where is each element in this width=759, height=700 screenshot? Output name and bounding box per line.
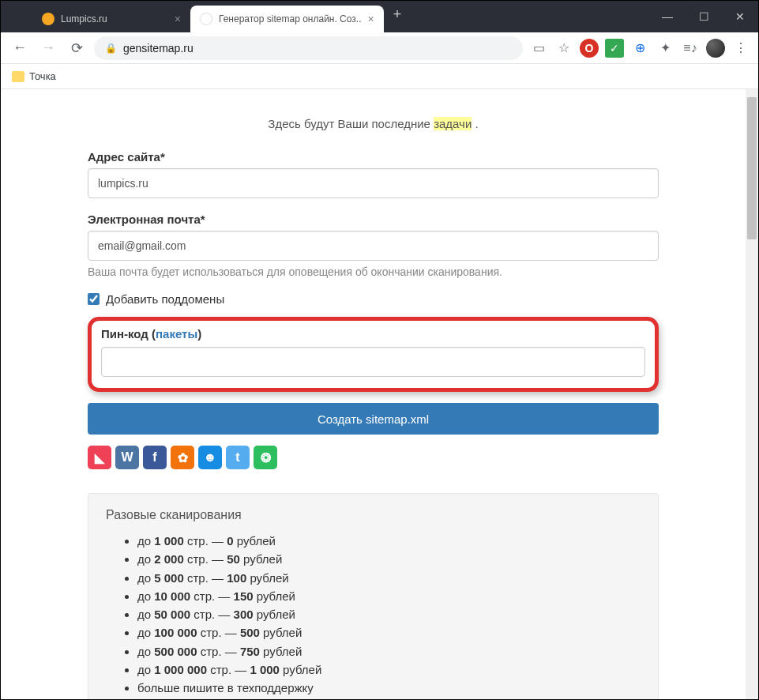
reload-button[interactable]: ⟳ bbox=[66, 37, 88, 59]
pricing-row: до 500 000 стр. — 750 рублей bbox=[137, 642, 641, 660]
scrollbar-thumb[interactable] bbox=[747, 97, 757, 239]
browser-titlebar: Lumpics.ru × Генератор sitemap онлайн. С… bbox=[1, 1, 758, 32]
pin-input[interactable] bbox=[101, 347, 645, 377]
star-icon[interactable]: ☆ bbox=[554, 39, 573, 58]
cast-icon[interactable]: ▭ bbox=[529, 39, 548, 58]
pin-label-pre: Пин-код ( bbox=[101, 327, 156, 341]
pin-highlight-box: Пин-код (пакеты) bbox=[88, 317, 659, 392]
close-icon[interactable]: × bbox=[175, 13, 181, 25]
email-field-group: Электронная почта* Ваша почта будет испо… bbox=[88, 213, 659, 278]
pricing-title: Разовые сканирования bbox=[106, 508, 641, 522]
pricing-row: до 10 000 стр. — 150 рублей bbox=[137, 587, 641, 605]
bookmark-item[interactable]: Точка bbox=[29, 70, 56, 82]
subdomains-label: Добавить поддомены bbox=[106, 292, 224, 306]
submit-button[interactable]: Создать sitemap.xml bbox=[88, 403, 659, 435]
pricing-row: до 2 000 стр. — 50 рублей bbox=[137, 550, 641, 568]
puzzle-ext-icon[interactable]: ✦ bbox=[656, 39, 674, 58]
email-label: Электронная почта* bbox=[88, 213, 659, 226]
pricing-row: до 100 000 стр. — 500 рублей bbox=[137, 623, 641, 642]
back-button[interactable]: ← bbox=[9, 37, 31, 59]
site-input[interactable] bbox=[88, 168, 659, 198]
url-text: gensitemap.ru bbox=[123, 42, 194, 55]
vertical-scrollbar[interactable] bbox=[746, 89, 758, 699]
favicon-icon bbox=[200, 13, 212, 25]
new-tab-button[interactable]: + bbox=[384, 6, 411, 23]
bookmarks-bar: Точка bbox=[1, 64, 758, 89]
close-icon[interactable]: × bbox=[368, 13, 374, 25]
share-mail-icon[interactable]: ☻ bbox=[198, 446, 222, 469]
pin-label-post: ) bbox=[197, 327, 201, 341]
intro-text: Здесь будут Ваши последние задачи . bbox=[88, 117, 659, 130]
intro-pre: Здесь будут Ваши последние bbox=[268, 117, 434, 130]
pricing-row: до 1 000 стр. — 0 рублей bbox=[137, 532, 641, 550]
opera-ext-icon[interactable]: O bbox=[580, 39, 599, 58]
page-viewport: Здесь будут Ваши последние задачи . Адре… bbox=[1, 89, 746, 699]
browser-toolbar: ← → ⟳ 🔒 gensitemap.ru ▭ ☆ O ✓ ⊕ ✦ ≡♪ ⋮ bbox=[1, 32, 758, 64]
tab-gensitemap[interactable]: Генератор sitemap онлайн. Соз.. × bbox=[190, 6, 384, 32]
pricing-more: больше пишите в техподдержку bbox=[137, 679, 641, 697]
lock-icon: 🔒 bbox=[105, 43, 117, 54]
intro-post: . bbox=[472, 117, 478, 130]
subdomains-checkbox[interactable] bbox=[88, 293, 100, 305]
intro-highlight: задачи bbox=[434, 117, 472, 130]
folder-icon bbox=[12, 71, 24, 82]
pricing-row: до 50 000 стр. — 300 рублей bbox=[137, 605, 641, 623]
share-ev-icon[interactable]: ❂ bbox=[254, 446, 277, 469]
social-row: ◣Wf✿☻t❂ bbox=[88, 446, 659, 469]
tab-title: Lumpics.ru bbox=[61, 13, 107, 24]
tab-lumpics[interactable]: Lumpics.ru × bbox=[32, 6, 190, 32]
share-vk-icon[interactable]: W bbox=[115, 446, 139, 469]
pricing-list: до 1 000 стр. — 0 рублейдо 2 000 стр. — … bbox=[106, 532, 641, 697]
subdomains-row: Добавить поддомены bbox=[88, 292, 659, 306]
packages-link[interactable]: пакеты bbox=[156, 327, 197, 341]
share-fb-icon[interactable]: f bbox=[143, 446, 167, 469]
globe-ext-icon[interactable]: ⊕ bbox=[630, 39, 649, 58]
share-pocket-icon[interactable]: ◣ bbox=[88, 446, 111, 469]
site-field-group: Адрес сайта* bbox=[88, 150, 659, 198]
pricing-row: до 5 000 стр. — 100 рублей bbox=[137, 569, 641, 587]
minimize-button[interactable]: — bbox=[649, 1, 686, 32]
email-help: Ваша почта будет использоваться для опов… bbox=[88, 265, 659, 278]
profile-avatar[interactable] bbox=[706, 39, 725, 58]
check-ext-icon[interactable]: ✓ bbox=[605, 39, 624, 58]
window-controls: — ☐ ✕ bbox=[649, 1, 758, 32]
favicon-icon bbox=[42, 13, 54, 25]
share-ok-icon[interactable]: ✿ bbox=[171, 446, 194, 469]
tab-title: Генератор sitemap онлайн. Соз.. bbox=[219, 13, 362, 24]
address-bar[interactable]: 🔒 gensitemap.ru bbox=[94, 36, 523, 60]
playlist-icon[interactable]: ≡♪ bbox=[681, 39, 700, 58]
pricing-row: до 1 000 000 стр. — 1 000 рублей bbox=[137, 660, 641, 679]
menu-icon[interactable]: ⋮ bbox=[731, 39, 750, 58]
pricing-box: Разовые сканирования до 1 000 стр. — 0 р… bbox=[88, 493, 659, 699]
page-content: Здесь будут Ваши последние задачи . Адре… bbox=[1, 89, 746, 699]
maximize-button[interactable]: ☐ bbox=[686, 1, 722, 32]
share-tw-icon[interactable]: t bbox=[226, 446, 250, 469]
site-label: Адрес сайта* bbox=[88, 150, 659, 164]
forward-button[interactable]: → bbox=[37, 37, 59, 59]
pin-label: Пин-код (пакеты) bbox=[101, 327, 645, 341]
close-window-button[interactable]: ✕ bbox=[722, 1, 758, 32]
email-input[interactable] bbox=[88, 231, 659, 261]
